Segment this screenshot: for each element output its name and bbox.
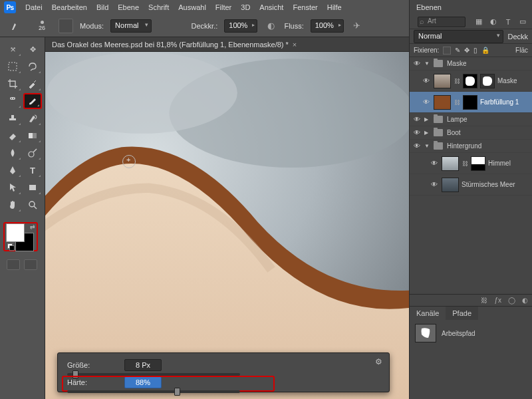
tab-channels[interactable]: Kanäle xyxy=(410,307,446,320)
size-value[interactable]: 8 Px xyxy=(124,359,162,371)
menu-image[interactable]: Bild xyxy=(96,3,108,11)
menu-edit[interactable]: Bearbeiten xyxy=(52,3,87,11)
caret-down-icon[interactable]: ▼ xyxy=(424,61,431,66)
layers-panel-tab[interactable]: Ebenen xyxy=(414,1,444,13)
gradient-tool[interactable] xyxy=(23,128,42,144)
layer-thumb[interactable] xyxy=(442,178,459,192)
menu-file[interactable]: Datei xyxy=(25,3,43,11)
opacity-value[interactable]: 100% xyxy=(224,19,257,33)
hand-tool[interactable] xyxy=(3,197,22,213)
layer-mask-thumb[interactable] xyxy=(463,74,477,88)
lock-artboard-icon[interactable]: ▯ xyxy=(473,47,477,54)
flow-value[interactable]: 100% xyxy=(311,19,344,33)
menu-select[interactable]: Auswahl xyxy=(178,3,206,11)
marquee-tool[interactable] xyxy=(3,59,22,74)
visibility-icon[interactable]: 👁 xyxy=(412,129,422,136)
visibility-icon[interactable]: 👁 xyxy=(430,181,439,188)
pressure-opacity-icon[interactable]: ◐ xyxy=(264,19,277,33)
link-icon[interactable]: ⛓ xyxy=(454,78,460,84)
move-handles-icon[interactable]: ⤧ xyxy=(3,41,22,57)
vector-mask-thumb[interactable] xyxy=(480,74,495,88)
quickmask-toggle[interactable] xyxy=(7,259,20,270)
dodge-tool[interactable] xyxy=(23,145,42,161)
tool-preset-chip[interactable] xyxy=(7,18,25,34)
blur-tool[interactable] xyxy=(3,145,22,161)
screenmode-toggle[interactable] xyxy=(24,259,37,270)
filter-image-icon[interactable]: ▦ xyxy=(473,17,484,27)
visibility-icon[interactable]: 👁 xyxy=(422,98,431,106)
brush-preset[interactable]: 26 xyxy=(32,17,52,35)
visibility-icon[interactable]: 👁 xyxy=(412,116,422,123)
canvas[interactable] xyxy=(45,52,409,399)
move-tool[interactable]: ✥ xyxy=(23,41,42,57)
menu-type[interactable]: Schrift xyxy=(148,3,169,11)
lock-brush-icon[interactable]: ✎ xyxy=(455,47,460,54)
fx-icon[interactable]: ƒx xyxy=(494,297,501,304)
rectangle-tool[interactable] xyxy=(23,180,42,196)
stamp-tool[interactable] xyxy=(3,110,22,126)
layer-mask-thumb[interactable] xyxy=(463,95,477,110)
filter-type-icon[interactable]: T xyxy=(503,17,513,27)
path-row[interactable]: Arbeitspfad xyxy=(410,320,532,346)
airbrush-icon[interactable]: ✈ xyxy=(350,19,364,33)
heal-tool[interactable] xyxy=(3,93,22,109)
layer-thumb[interactable] xyxy=(434,74,451,88)
color-swatches[interactable]: ⇄ xyxy=(3,222,38,251)
visibility-icon[interactable]: 👁 xyxy=(430,160,439,167)
adjustment-icon[interactable]: ◐ xyxy=(522,297,528,304)
caret-down-icon[interactable]: ▼ xyxy=(424,143,431,149)
group-row[interactable]: 👁 ▶ Lampe xyxy=(410,113,532,126)
group-row[interactable]: 👁 ▼ Maske xyxy=(410,57,532,70)
layer-row-selected[interactable]: 👁 ⛓ Farbfüllung 1 xyxy=(410,92,532,113)
history-brush-tool[interactable] xyxy=(23,110,42,126)
close-icon[interactable]: × xyxy=(293,41,297,49)
layer-row[interactable]: 👁 ⛓ Maske xyxy=(410,70,532,92)
link-layers-icon[interactable]: ⛓ xyxy=(481,297,487,304)
visibility-icon[interactable]: 👁 xyxy=(422,77,431,84)
eraser-tool[interactable] xyxy=(3,128,22,144)
layer-row[interactable]: 👁 ⛓ Himmel xyxy=(410,153,532,174)
group-row[interactable]: 👁 ▶ Boot xyxy=(410,126,532,140)
layer-filter-search[interactable]: Art xyxy=(418,17,466,27)
menu-view[interactable]: Ansicht xyxy=(259,3,283,11)
foreground-color[interactable] xyxy=(6,223,25,242)
brush-panel-toggle[interactable] xyxy=(59,19,73,33)
filter-adjust-icon[interactable]: ◐ xyxy=(488,17,499,27)
layer-thumb[interactable] xyxy=(434,95,451,110)
lock-move-icon[interactable]: ✥ xyxy=(464,47,469,54)
menu-layer[interactable]: Ebene xyxy=(118,3,139,11)
caret-right-icon[interactable]: ▶ xyxy=(424,130,431,136)
path-select-tool[interactable] xyxy=(3,180,22,196)
menu-help[interactable]: Hilfe xyxy=(327,3,342,11)
lock-pixels-icon[interactable] xyxy=(443,47,451,55)
lasso-tool[interactable] xyxy=(23,59,42,74)
group-row[interactable]: 👁 ▼ Hintergrund xyxy=(410,140,532,153)
layer-row[interactable]: 👁 Stürmisches Meer xyxy=(410,174,532,196)
lock-all-icon[interactable]: 🔒 xyxy=(481,47,489,54)
gear-icon[interactable]: ⚙ xyxy=(375,357,382,366)
visibility-icon[interactable]: 👁 xyxy=(412,142,422,150)
swap-colors-icon[interactable]: ⇄ xyxy=(30,223,35,230)
blend-mode-select[interactable]: Normal xyxy=(414,30,503,43)
mode-select[interactable]: Normal xyxy=(110,19,151,33)
caret-right-icon[interactable]: ▶ xyxy=(424,116,431,122)
link-icon[interactable]: ⛓ xyxy=(454,99,460,106)
pen-tool[interactable] xyxy=(3,162,22,178)
menu-filter[interactable]: Filter xyxy=(215,3,231,11)
menu-window[interactable]: Fenster xyxy=(293,3,317,11)
mask-icon[interactable]: ◯ xyxy=(508,297,515,304)
type-tool[interactable]: T xyxy=(23,162,42,178)
tab-paths[interactable]: Pfade xyxy=(446,307,478,320)
crop-tool[interactable] xyxy=(3,76,22,92)
link-icon[interactable]: ⛓ xyxy=(462,160,468,167)
menu-3d[interactable]: 3D xyxy=(241,3,250,11)
document-tab[interactable]: Das Orakel des Meeres.psd bei 81,8% (Far… xyxy=(45,37,409,52)
eyedropper-tool[interactable] xyxy=(23,76,42,92)
default-colors-icon[interactable] xyxy=(7,243,14,250)
layer-mask-thumb[interactable] xyxy=(471,156,485,171)
brush-tool[interactable] xyxy=(23,93,42,109)
layer-thumb[interactable] xyxy=(442,156,459,171)
zoom-tool[interactable] xyxy=(23,197,42,213)
filter-shape-icon[interactable]: ▭ xyxy=(517,17,528,27)
hardness-slider[interactable] xyxy=(174,388,180,396)
